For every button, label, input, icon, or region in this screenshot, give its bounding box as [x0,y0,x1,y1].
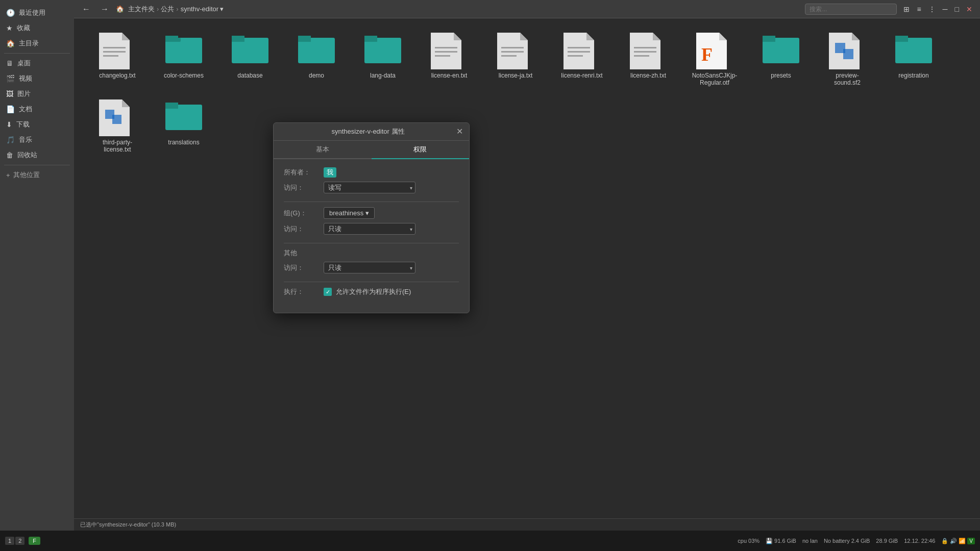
execute-checkbox-label: 允许文件作为程序执行(E) [336,287,411,296]
sidebar-item-pictures[interactable]: 🖼 图片 [0,86,74,102]
videos-icon: 🎬 [6,74,15,83]
sidebar-item-label: 最近使用 [19,8,45,17]
search-input[interactable] [805,4,897,15]
dialog-title: synthesizer-v-editor 属性 [280,127,456,136]
file-icon-color-schemes [165,33,202,69]
svg-marker-30 [653,33,660,40]
file-item-translations[interactable]: translations [156,95,212,157]
sidebar-item-bookmarks[interactable]: ★ 收藏 [0,20,74,36]
file-name-database: database [237,72,262,79]
documents-icon: 📄 [6,105,15,113]
sidebar-item-label: 图片 [17,89,31,98]
sidebar-item-music[interactable]: 🎵 音乐 [0,132,74,147]
group-access-select[interactable]: 读写 只读 禁止访问 [324,223,415,235]
group-row: 组(G)： breathiness ▾ [284,207,459,219]
file-item-preview-sound[interactable]: preview-sound.sf2 [819,29,875,90]
home-icon: 🏠 [6,39,15,47]
file-name-preview-sound: preview-sound.sf2 [823,72,871,86]
file-name-demo: demo [309,72,324,79]
file-item-lang-data[interactable]: lang-data [355,29,411,90]
execute-checkbox[interactable]: ✓ [324,288,332,296]
sidebar-item-trash[interactable]: 🗑 回收站 [0,147,74,163]
sidebar-item-downloads[interactable]: ⬇ 下载 [0,117,74,132]
file-item-license-renri[interactable]: license-renri.txt [554,29,610,90]
file-item-registration[interactable]: registration [886,29,942,90]
file-icon-license-renri [564,33,600,69]
sidebar-item-videos[interactable]: 🎬 视频 [0,71,74,86]
dialog-close-button[interactable]: ✕ [456,128,463,136]
tab-basic[interactable]: 基本 [274,141,372,158]
file-item-color-schemes[interactable]: color-schemes [156,29,212,90]
owner-access-select[interactable]: 读写 只读 禁止访问 [324,182,415,193]
file-name-license-en: license-en.txt [431,72,468,79]
file-item-noto-font[interactable]: F NotoSansCJKjp-Regular.otf [687,29,743,90]
breadcrumb-public[interactable]: 公共 [161,5,174,14]
group-select-button[interactable]: breathiness ▾ [324,207,375,219]
file-name-license-ja: license-ja.txt [499,72,533,79]
forward-button[interactable]: → [97,4,112,15]
pager-2-button[interactable]: 2 [15,537,24,545]
execute-section: 执行： ✓ 允许文件作为程序执行(E) [284,287,459,296]
others-section-title: 其他 [284,248,459,258]
back-button[interactable]: ← [79,4,93,15]
view-list-button[interactable]: ≡ [914,4,923,14]
owner-value: 我 [324,167,336,178]
bookmarks-icon: ★ [6,24,13,32]
svg-rect-16 [435,47,457,48]
taskbar-app-label: F [33,538,36,544]
group-access-label: 访问： [284,224,320,234]
svg-text:F: F [701,44,713,65]
file-item-demo[interactable]: demo [288,29,345,90]
file-grid: changelog.txt color-schemes database [74,18,980,531]
cpu-value: 03% [748,538,760,544]
file-item-license-en[interactable]: license-en.txt [421,29,477,90]
sidebar-divider-2 [4,165,70,165]
other-locations-item[interactable]: + 其他位置 [0,167,74,183]
svg-rect-26 [568,47,590,48]
more-options-button[interactable]: ⋮ [926,4,938,14]
file-item-license-ja[interactable]: license-ja.txt [487,29,544,90]
file-item-third-party[interactable]: third-party-license.txt [89,95,145,157]
network-label: no lan [802,538,818,544]
owner-access-row: 访问： 读写 只读 禁止访问 ▾ [284,182,459,193]
close-button[interactable]: ✕ [964,4,975,14]
breadcrumb-home[interactable]: 主文件夹 [128,5,155,14]
pager-1-button[interactable]: 1 [5,537,14,545]
file-item-database[interactable]: database [222,29,278,90]
status-text: 已选中"synthesizer-v-editor" (10.3 MB) [80,521,176,529]
tab-permissions[interactable]: 权限 [372,141,470,159]
taskbar-pager: 1 2 [5,537,24,545]
breadcrumb-current[interactable]: synthv-editor ▾ [181,5,224,13]
file-icon-third-party [99,99,136,136]
sidebar-item-home[interactable]: 🏠 主目录 [0,36,74,51]
minimize-button[interactable]: ─ [940,4,950,14]
svg-marker-1 [122,33,130,40]
svg-rect-23 [501,55,517,57]
sidebar: 🕐 最近使用 ★ 收藏 🏠 主目录 🖥 桌面 🎬 视频 🖼 图片 📄 文档 ⬇ … [0,0,74,531]
file-item-presets[interactable]: presets [753,29,809,90]
file-item-changelog[interactable]: changelog.txt [89,29,145,90]
taskbar-app[interactable]: F [29,537,40,545]
disk-status: 28.9 GiB [876,538,898,544]
sidebar-item-recent[interactable]: 🕐 最近使用 [0,5,74,20]
sidebar-item-desktop[interactable]: 🖥 桌面 [0,56,74,71]
others-access-select[interactable]: 读写 只读 禁止访问 [324,262,415,273]
file-icon-license-zh [630,33,667,69]
file-item-license-zh[interactable]: license-zh.txt [620,29,676,90]
sidebar-divider [4,53,70,54]
lang-icon: V [967,538,975,544]
sidebar-item-documents[interactable]: 📄 文档 [0,102,74,117]
maximize-button[interactable]: □ [952,4,962,14]
file-name-color-schemes: color-schemes [164,72,204,79]
file-name-third-party: third-party-license.txt [93,139,141,153]
file-icon-preview-sound [829,33,866,69]
svg-rect-22 [501,51,524,53]
svg-rect-7 [165,36,178,42]
battery-label: No battery [824,538,850,544]
svg-rect-11 [298,36,311,42]
sidebar-item-label: 下载 [16,120,30,129]
svg-rect-50 [165,103,178,109]
view-toggle-button[interactable]: ⊞ [901,4,912,14]
others-access-label: 访问： [284,263,320,272]
owner-label: 所有者： [284,168,320,177]
